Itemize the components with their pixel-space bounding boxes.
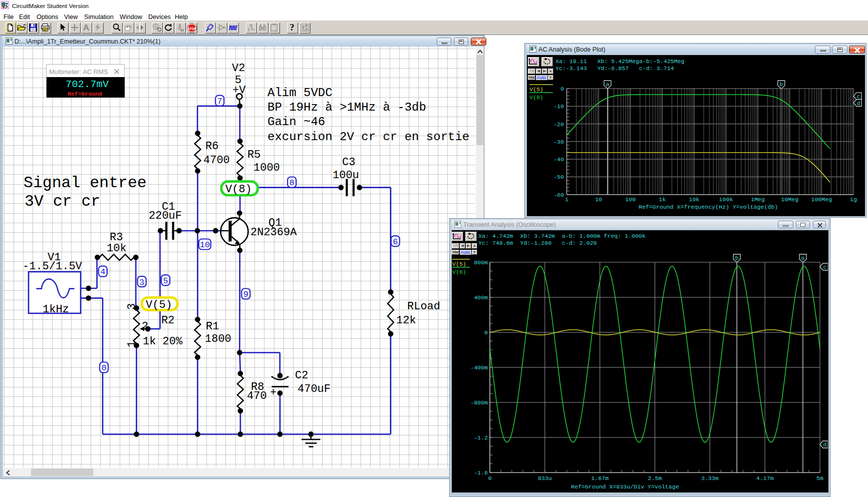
svg-text:100Meg: 100Meg xyxy=(811,196,832,203)
svg-text:a: a xyxy=(606,81,610,88)
svg-text:R2: R2 xyxy=(161,314,174,327)
svg-text:V(5): V(5) xyxy=(452,261,466,267)
svg-text:c: c xyxy=(823,264,827,270)
svg-text:100: 100 xyxy=(625,196,636,203)
svg-text:3V cr cr: 3V cr cr xyxy=(25,193,100,210)
svg-text:+: + xyxy=(270,386,276,399)
svg-text:c: c xyxy=(857,93,860,100)
svg-text:-60: -60 xyxy=(553,192,564,198)
svg-text:9: 9 xyxy=(243,290,248,299)
svg-text:1.67m: 1.67m xyxy=(591,475,609,481)
svg-text:2N2369A: 2N2369A xyxy=(250,226,297,239)
svg-text:1800: 1800 xyxy=(205,333,231,345)
svg-text:5m: 5m xyxy=(816,475,823,481)
svg-text:7: 7 xyxy=(217,97,222,106)
svg-text:-400m: -400m xyxy=(470,364,488,371)
svg-text:-10: -10 xyxy=(553,103,564,110)
svg-text:R6: R6 xyxy=(205,140,218,153)
svg-text:?: ? xyxy=(290,23,294,32)
svg-text:5: 5 xyxy=(163,276,168,286)
svg-text:R5: R5 xyxy=(247,149,260,161)
svg-text:800m: 800m xyxy=(474,259,488,266)
svg-text:470: 470 xyxy=(247,390,267,402)
svg-text:Ref=Ground X=frequency(Hz) Y=: Ref=Ground X=frequency(Hz) Y=voltage(db) xyxy=(639,204,778,210)
svg-text:220uF: 220uF xyxy=(149,210,182,222)
svg-text:833u: 833u xyxy=(538,475,552,481)
svg-text:V(8): V(8) xyxy=(225,183,252,196)
svg-text:10: 10 xyxy=(595,196,602,203)
svg-text:8: 8 xyxy=(290,178,295,188)
svg-text:1g: 1g xyxy=(850,196,857,203)
svg-text:4700: 4700 xyxy=(203,154,230,167)
svg-text:0: 0 xyxy=(101,363,106,373)
svg-text:RLoad: RLoad xyxy=(407,300,440,313)
svg-text:BP 19Hz à >1MHz à -3db: BP 19Hz à >1MHz à -3db xyxy=(267,101,426,114)
svg-text:3.33m: 3.33m xyxy=(701,475,719,481)
svg-text:0: 0 xyxy=(484,329,488,336)
svg-text:12k: 12k xyxy=(396,314,416,327)
svg-text:-1.2: -1.2 xyxy=(474,434,488,441)
svg-text:+V: +V xyxy=(232,84,246,97)
svg-text:-1.6: -1.6 xyxy=(474,469,488,476)
svg-text:Signal entree: Signal entree xyxy=(24,174,147,192)
svg-text:10k: 10k xyxy=(689,196,699,203)
svg-text:Ref=Ground X=833u/Div Y=volta: Ref=Ground X=833u/Div Y=voltage xyxy=(571,483,679,490)
svg-text:C2: C2 xyxy=(295,369,308,382)
svg-text:1k 20%: 1k 20% xyxy=(143,335,183,348)
svg-text:R1: R1 xyxy=(206,320,219,333)
svg-text:-20: -20 xyxy=(553,121,564,128)
svg-text:10: 10 xyxy=(200,240,210,250)
svg-text:-40: -40 xyxy=(553,156,564,163)
svg-text:d: d xyxy=(857,100,860,107)
svg-text:4: 4 xyxy=(100,267,105,277)
svg-text:1: 1 xyxy=(565,196,568,203)
svg-text:6: 6 xyxy=(393,237,398,247)
svg-text:3: 3 xyxy=(139,278,144,287)
svg-text:Alim 5VDC: Alim 5VDC xyxy=(267,86,333,100)
svg-text:2.5m: 2.5m xyxy=(648,475,662,481)
svg-text:400m: 400m xyxy=(474,294,488,301)
svg-text:V(6): V(6) xyxy=(452,269,466,275)
svg-text:-1.5/1.5V: -1.5/1.5V xyxy=(23,260,83,273)
svg-text:d: d xyxy=(823,441,827,448)
svg-text:C3: C3 xyxy=(342,156,355,169)
svg-text:a: a xyxy=(801,255,805,261)
svg-text:STOP: STOP xyxy=(187,27,196,31)
svg-text:1000: 1000 xyxy=(253,162,280,174)
svg-text:V(5): V(5) xyxy=(146,299,172,311)
svg-text:excursion 2V cr cr en sortie: excursion 2V cr cr en sortie xyxy=(267,130,469,144)
svg-text:1kHz: 1kHz xyxy=(43,303,69,316)
svg-text:-30: -30 xyxy=(553,139,564,145)
svg-text:A: A xyxy=(83,23,89,32)
svg-text:0: 0 xyxy=(560,86,564,92)
svg-text:V(8): V(8) xyxy=(529,94,543,101)
svg-text:b: b xyxy=(779,81,783,88)
svg-text:1Meg: 1Meg xyxy=(751,196,765,203)
svg-text:4.17m: 4.17m xyxy=(756,475,774,481)
svg-text:100k: 100k xyxy=(719,196,733,203)
svg-text:10Meg: 10Meg xyxy=(781,196,798,203)
svg-text:10k: 10k xyxy=(107,242,127,255)
svg-text:V2: V2 xyxy=(232,62,245,75)
svg-text:470uF: 470uF xyxy=(298,383,331,395)
svg-text:100u: 100u xyxy=(333,169,359,182)
svg-text:b: b xyxy=(735,255,739,261)
svg-text:Gain ~46: Gain ~46 xyxy=(267,115,325,129)
svg-text:-800m: -800m xyxy=(470,399,488,406)
svg-text:-50: -50 xyxy=(553,174,564,180)
svg-text:1k: 1k xyxy=(659,196,666,203)
svg-text:V(5): V(5) xyxy=(529,86,543,93)
svg-text:0: 0 xyxy=(488,475,492,481)
